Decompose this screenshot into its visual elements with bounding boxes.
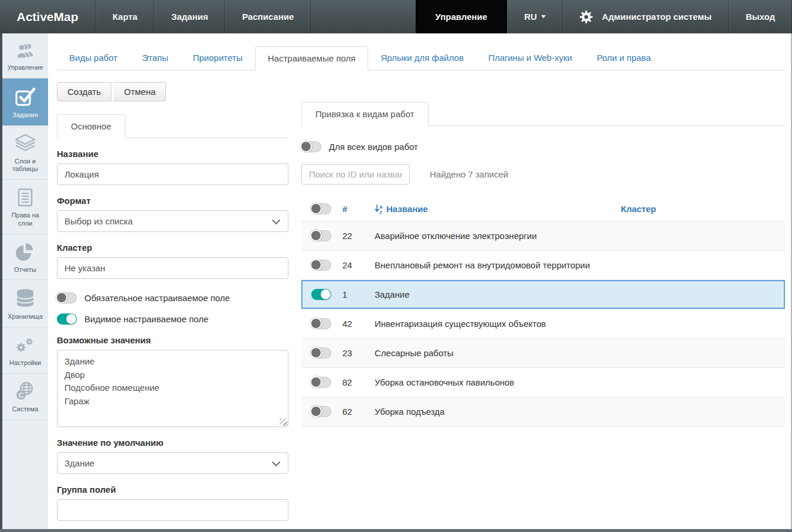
tab-plugins-webhooks[interactable]: Плагины и Web-хуки — [476, 46, 584, 70]
name-input[interactable] — [57, 163, 288, 185]
sidebar-item-settings[interactable]: Настройки — [2, 328, 48, 374]
topbar-spacer — [311, 0, 416, 33]
row-toggle[interactable] — [311, 260, 331, 271]
svg-text:Z: Z — [379, 209, 382, 214]
switch-knob — [310, 259, 322, 271]
topnav-item-management[interactable]: Управление — [416, 0, 507, 33]
main-content: Виды работ Этапы Приоритеты Настраиваемы… — [48, 33, 791, 529]
required-field-toggle[interactable] — [57, 292, 77, 303]
cluster-input[interactable] — [57, 257, 288, 279]
switch-knob — [321, 289, 331, 299]
table-row[interactable]: 62 Уборка подъезда — [301, 397, 785, 427]
sidebar-item-system[interactable]: C Система — [2, 374, 48, 420]
row-toggle[interactable] — [311, 289, 331, 300]
table-row[interactable]: 42 Инвентаризация существующих объектов — [301, 309, 785, 339]
tab-work-types-binding[interactable]: Привязка к видам работ — [301, 102, 429, 126]
row-id: 23 — [342, 348, 375, 358]
binding-subtabs: Привязка к видам работ — [301, 102, 785, 126]
possible-values-textarea[interactable]: Здание Двор Подсобное помещение Гараж — [57, 350, 288, 427]
row-toggle[interactable] — [311, 347, 331, 359]
format-label: Формат — [57, 196, 288, 206]
header-toggle[interactable] — [311, 203, 331, 214]
top-navigation-bar: ActiveMap Карта Задания Расписание Управ… — [0, 0, 792, 33]
sidebar-item-label: Настройки — [4, 359, 47, 367]
field-group-input[interactable] — [57, 499, 288, 521]
header-toggle-cell — [301, 203, 342, 214]
tab-main[interactable]: Основное — [57, 114, 125, 138]
default-value-group: Значение по умолчанию Здание — [57, 438, 288, 474]
create-button[interactable]: Создать — [57, 82, 111, 101]
table-row[interactable]: 82 Уборка остановочных павильонов — [301, 368, 785, 397]
sidebar-item-label: Задания — [4, 111, 47, 120]
visible-field-toggle[interactable] — [57, 313, 77, 325]
required-toggle-row: Обязательное настраиваемое поле — [57, 292, 288, 303]
logout-button[interactable]: Выход — [729, 0, 792, 33]
switch-knob — [310, 405, 322, 417]
sidebar-item-label: Управление — [4, 64, 47, 72]
row-toggle[interactable] — [311, 406, 331, 417]
row-toggle[interactable] — [311, 377, 331, 388]
tab-priorities[interactable]: Приоритеты — [181, 46, 255, 70]
all-work-types-toggle[interactable] — [301, 141, 321, 152]
topnav-item-map[interactable]: Карта — [96, 0, 154, 33]
sidebar-item-layers[interactable]: Слои и таблицы — [2, 126, 48, 180]
switch-knob — [310, 203, 322, 214]
editor-toolbar: Создать Отмена — [57, 82, 288, 101]
table-row[interactable]: 22 Аварийное отключение электроэнергии — [301, 221, 785, 251]
tab-roles-rights[interactable]: Роли и права — [584, 46, 663, 70]
user-menu[interactable]: Администратор системы — [563, 0, 729, 33]
row-id: 42 — [342, 319, 375, 329]
work-types-table: # A Z Название Кластер — [301, 196, 785, 427]
row-name: Задание — [375, 289, 621, 299]
tab-stages[interactable]: Этапы — [130, 46, 181, 70]
sidebar-item-layer-rights[interactable]: Права на слои — [2, 180, 48, 234]
format-select[interactable]: Выбор из списка — [57, 210, 288, 232]
left-sidebar: Управление Задания Слои и таблицы — [0, 33, 48, 529]
header-number[interactable]: # — [342, 204, 375, 214]
editor-subtabs: Основное — [57, 114, 288, 138]
switch-knob — [310, 376, 322, 388]
tab-work-types[interactable]: Виды работ — [57, 46, 130, 70]
row-toggle[interactable] — [311, 318, 331, 329]
row-id: 82 — [342, 377, 375, 387]
table-row[interactable]: 24 Внеплановый ремонт на внутридомовой т… — [301, 251, 785, 280]
sidebar-item-label: Хранилища — [4, 313, 47, 321]
window-bottom-border — [0, 529, 792, 532]
format-field-group: Формат Выбор из списка — [57, 196, 288, 232]
switch-knob — [300, 141, 312, 152]
default-value-select[interactable]: Здание — [57, 452, 288, 474]
topnav-item-tasks[interactable]: Задания — [154, 0, 225, 33]
cancel-button[interactable]: Отмена — [114, 82, 166, 101]
sidebar-item-storages[interactable]: Хранилища — [2, 280, 48, 328]
name-label: Название — [57, 149, 288, 159]
field-group-label: Группа полей — [57, 485, 288, 495]
sidebar-item-management[interactable]: Управление — [2, 33, 48, 79]
header-cluster[interactable]: Кластер — [621, 204, 785, 214]
tab-file-labels[interactable]: Ярлыки для файлов — [368, 46, 475, 70]
name-field-group: Название — [57, 149, 288, 185]
settings-tabs: Виды работ Этапы Приоритеты Настраиваемы… — [57, 46, 785, 70]
sidebar-item-label: Слои и таблицы — [4, 158, 47, 174]
required-toggle-label: Обязательное настраиваемое поле — [84, 293, 230, 303]
app-logo: ActiveMap — [0, 0, 96, 33]
topnav-item-schedule[interactable]: Расписание — [225, 0, 311, 33]
row-id: 24 — [342, 260, 375, 270]
sidebar-item-tasks[interactable]: Задания — [2, 79, 48, 126]
table-row[interactable]: 23 Слесарные работы — [301, 339, 785, 368]
layers-icon — [13, 134, 38, 154]
row-id: 62 — [342, 407, 375, 417]
sort-alpha-icon: A Z — [375, 204, 383, 214]
table-row-selected[interactable]: 1 Задание — [301, 280, 785, 309]
switch-knob — [66, 314, 76, 324]
row-name: Слесарные работы — [375, 348, 621, 358]
table-body: 22 Аварийное отключение электроэнергии 2… — [301, 221, 785, 427]
header-name-cell[interactable]: A Z Название — [375, 204, 621, 214]
row-toggle[interactable] — [311, 230, 331, 241]
users-icon — [12, 41, 39, 60]
search-input[interactable] — [301, 164, 410, 185]
sidebar-item-reports[interactable]: Отчеты — [2, 234, 48, 281]
language-selector[interactable]: RU — [507, 0, 563, 33]
tab-custom-fields[interactable]: Настраиваемые поля — [255, 46, 369, 70]
row-name: Уборка остановочных павильонов — [375, 377, 621, 387]
sidebar-item-label: Права на слои — [4, 212, 47, 228]
